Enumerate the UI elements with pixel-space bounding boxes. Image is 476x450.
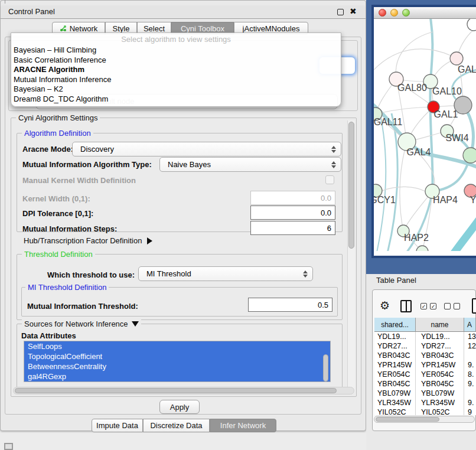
scrollbar-thumb[interactable] [348,122,354,249]
attribute-list-item[interactable]: TopologicalCoefficient [24,351,330,361]
stepper-icon [303,270,308,278]
mi-threshold-field[interactable]: 0.5 [248,298,332,312]
table-row[interactable]: YBL079WYBL079W [374,389,476,398]
aracne-mode-combobox[interactable]: Discovery [72,142,341,156]
table-cell: YPR145W [416,360,464,370]
table-cell: 9. [464,379,476,389]
settings-vertical-scrollbar[interactable] [347,120,355,392]
kernel-width-field[interactable]: 0.0 [250,191,335,205]
attribute-list-item[interactable]: gal4RGexp [24,371,330,381]
sources-group-title[interactable]: Sources for Network Inference [22,319,141,328]
dropdown-item[interactable]: Basic Correlation Inference [14,56,338,66]
expand-right-icon [147,237,152,244]
float-panel-icon[interactable] [337,9,344,15]
network-node-label: SWI4 [445,133,468,143]
which-threshold-combobox[interactable]: MI Threshold [138,266,313,281]
network-edge[interactable] [382,187,425,191]
attribute-list-item[interactable]: BetweennessCentrality [24,361,330,371]
network-edge[interactable] [387,113,397,251]
settings-horizontal-scrollbar[interactable] [13,387,354,394]
zoom-window-icon[interactable] [402,9,410,17]
scrollbar-thumb[interactable] [15,388,337,393]
mi-steps-field[interactable]: 6 [250,221,335,235]
data-attributes-list[interactable]: SelfLoopsTopologicalCoefficientBetweenne… [24,341,331,382]
table-row[interactable]: YIL052CYIL052C9 [374,407,476,415]
network-node-label: GAL4 [407,147,431,157]
table-row[interactable]: YLR345WYLR345W9. [374,398,476,407]
kernel-width-label: Kernel Width (0,1): [22,194,90,203]
mi-type-value: Naive Bayes [168,160,211,169]
network-edge[interactable] [396,32,433,79]
data-attributes-label: Data Attributes [21,331,76,340]
dropdown-item[interactable]: Mutual Information Inference [14,75,338,85]
table-row[interactable]: YBR043CYBR043C [374,351,476,360]
split-columns-icon[interactable] [400,300,412,312]
network-edge[interactable] [376,107,433,114]
panel-grip-handle[interactable] [4,443,13,450]
select-all-checkbox-icon[interactable]: ✓ [430,303,436,309]
tab-label: Discretize Data [150,421,202,430]
table-row[interactable]: YER054CYER054C8. [374,370,476,379]
tab-label: Select [144,24,165,33]
network-node[interactable] [467,19,476,31]
algorithm-definition-title: Algorithm Definition [22,129,93,138]
dropdown-prompt: Select algorithm to view settings [11,35,341,44]
table-cell: YBR043C [416,351,464,360]
deselect-all-checkbox-icon[interactable] [444,303,451,309]
table-row[interactable]: YDL19...YDL19...13 [374,332,476,341]
table-cell: YBR045C [374,379,416,389]
dropdown-item[interactable]: Bayesian – Hill Climbing [14,45,338,56]
column-header[interactable]: A [464,318,476,332]
scrollbar-thumb[interactable] [376,417,439,422]
network-node-label: GAL11 [374,117,402,127]
table-cell: YLR345W [416,398,464,407]
close-window-icon[interactable] [379,9,386,17]
list-scrollbar-thumb[interactable] [323,354,328,381]
minimize-window-icon[interactable] [390,9,398,17]
close-icon[interactable]: ✖ [350,6,357,16]
tab-infer-network[interactable]: Infer Network [210,419,276,432]
table-cell: YER054C [374,370,416,379]
tab-impute-data[interactable]: Impute Data [92,419,143,432]
dpi-tolerance-field[interactable]: 0.0 [250,206,335,220]
table-panel-title: Table Panel [376,276,416,285]
tab-discretize-data[interactable]: Discretize Data [143,419,210,432]
apply-button[interactable]: Apply [159,400,200,414]
mi-type-combobox[interactable]: Naive Bayes [159,157,341,172]
table-cell [464,389,476,398]
network-node[interactable] [450,52,463,65]
manual-kernel-checkbox[interactable] [325,175,334,184]
network-edge[interactable] [374,49,457,75]
network-edge[interactable] [400,142,407,231]
attribute-list-item[interactable]: SelfLoops [24,341,330,351]
network-node[interactable] [416,246,428,251]
export-table-icon[interactable] [472,298,476,314]
table-cell: YBL079W [374,389,416,398]
network-canvas[interactable]: GALGAL80GAL10GAL1GAL11SWI4GAL4GCY1HAP4YH… [374,19,476,251]
table-row[interactable]: YBR045CYBR045C9. [374,379,476,389]
which-threshold-label: Which threshold to use: [47,270,135,279]
network-window-titlebar[interactable] [374,7,476,19]
table-cell [464,351,476,360]
table-rows: YDL19...YDL19...13YDR27...YDR27...12YBR0… [374,332,476,415]
table-cell: 9 [464,407,476,415]
table-cell: 13 [464,332,476,341]
table-cell: 9. [464,360,476,370]
table-cell: YDL19... [374,332,416,341]
table-row[interactable]: YPR145WYPR145W9. [374,360,476,370]
select-all-checkbox-icon[interactable]: ✓ [420,303,427,309]
table-cell: 9. [464,398,476,407]
column-header[interactable]: shared... [374,318,416,332]
column-header[interactable]: name [416,318,464,332]
network-node[interactable] [463,148,476,163]
deselect-all-checkbox-icon[interactable] [454,303,460,309]
dropdown-item[interactable]: ARACNE Algorithm [14,65,338,75]
network-edge[interactable] [442,220,476,251]
hub-definition-expander[interactable]: Hub/Transcription Factor Definition [24,236,152,245]
table-horizontal-scrollbar[interactable] [374,416,475,423]
table-row[interactable]: YDR27...YDR27...12 [374,341,476,351]
network-node-label: GCY1 [374,195,396,205]
gear-icon[interactable]: ⚙ [380,299,390,312]
dropdown-item[interactable]: Bayesian – K2 [14,84,338,94]
dropdown-item[interactable]: Dream8 DC_TDC Algorithm [14,94,338,105]
